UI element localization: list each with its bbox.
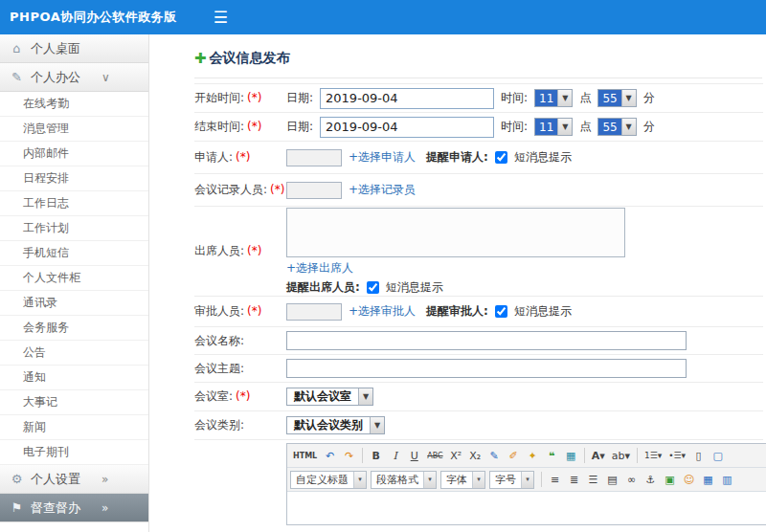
remove-format-icon[interactable]: ✦ [524,447,542,465]
field-label: 申请人:(*) [194,149,286,166]
editor-content-area[interactable] [287,492,766,524]
align-justify-icon[interactable]: ▤ [603,471,621,489]
menu-icon[interactable]: ☰ [214,10,228,26]
sidebar-item-messages[interactable]: 消息管理 [0,117,148,142]
strikethrough-button[interactable]: ABC [424,447,445,465]
sidebar-item-attendance[interactable]: 在线考勤 [0,92,148,117]
image-icon[interactable]: ▣ [661,471,679,489]
select-applicant-link[interactable]: +选择申请人 [349,149,416,166]
meeting-subject-input[interactable] [286,359,687,378]
blockquote-icon[interactable]: ❝ [543,447,561,465]
page-title: 会议信息发布 [210,50,290,67]
sidebar-item-events[interactable]: 大事记 [0,390,148,415]
template-icon[interactable]: ▦ [562,447,580,465]
dropdown-arrow-icon: ▾ [423,472,436,488]
unordered-list-button[interactable]: •☰▾ [665,447,688,465]
recorder-input[interactable] [286,182,342,199]
end-hour-select[interactable]: 11▼ [534,118,573,136]
align-center-icon[interactable]: ≣ [565,471,583,489]
align-right-icon[interactable]: ☰ [584,471,602,489]
redo-icon[interactable]: ↷ [340,447,358,465]
fullscreen-button[interactable]: ▢ [709,447,727,465]
applicant-input[interactable] [286,149,342,166]
paragraph-select[interactable]: 段落格式▾ [371,471,437,489]
form-row-meeting-name: 会议名称: [194,327,763,355]
html-source-button[interactable]: HTML [290,447,320,465]
select-recorder-link[interactable]: +选择记录员 [349,182,416,198]
approver-input[interactable] [286,303,342,321]
emoticon-icon[interactable]: ☺ [680,471,698,489]
font-color-button[interactable]: A▾ [589,447,608,465]
meeting-name-input[interactable] [286,331,687,350]
required-mark: (*) [247,91,261,104]
highlight-color-button[interactable]: ab▾ [609,447,633,465]
required-mark: (*) [247,120,261,133]
ordered-list-button[interactable]: 1☰▾ [642,447,665,465]
end-date-input[interactable] [320,117,494,138]
meeting-type-select[interactable]: 默认会议类别▼ [286,416,385,434]
start-date-input[interactable] [320,88,494,109]
form-row-start-time: 开始时间:(*) 日期: 时间: 11▼ 点 55▼ 分 [194,84,763,113]
dropdown-arrow-icon: ▾ [353,472,366,488]
sidebar-item-contacts[interactable]: 通讯录 [0,291,148,316]
field-label: 会议主题: [194,361,286,377]
add-icon: ✚ [194,52,207,66]
sidebar-section-office[interactable]: ✎ 个人办公 ∨ [0,63,148,92]
link-icon[interactable]: ∞ [622,471,641,489]
heading-select[interactable]: 自定义标题▾ [290,471,367,489]
sidebar-item-announcement[interactable]: 公告 [0,341,148,366]
main-content: ✚ 会议信息发布 开始时间:(*) 日期: 时间: 11▼ 点 55▼ 分 结束… [150,34,766,532]
sidebar-item-work-plan[interactable]: 工作计划 [0,216,148,241]
sms-hint-label: 短消息提示 [514,303,572,320]
sidebar-item-mail[interactable]: 内部邮件 [0,142,148,166]
sidebar-section-desktop[interactable]: ⌂ 个人桌面 [0,34,148,63]
grid-icon[interactable]: ▥ [718,471,736,489]
subscript-button[interactable]: X₂ [466,447,484,465]
remind-applicant-checkbox[interactable] [495,151,507,164]
sidebar-item-notice[interactable]: 通知 [0,366,148,390]
sidebar-item-e-journal[interactable]: 电子期刊 [0,440,148,465]
app-title: PHPOA协同办公软件政务版 [0,9,177,26]
sidebar-section-supervision[interactable]: ⚑ 督查督办 » [0,494,148,522]
required-mark: (*) [247,244,261,257]
sidebar-item-work-log[interactable]: 工作日志 [0,191,148,216]
pencil-icon[interactable]: ✐ [505,447,523,465]
meeting-room-select[interactable]: 默认会议室▼ [286,388,373,406]
table-icon[interactable]: ▦ [699,471,717,489]
superscript-button[interactable]: X² [447,447,465,465]
font-family-select[interactable]: 字体▾ [440,471,485,489]
sidebar-section-label: 督查督办 [31,499,80,517]
topbar: PHPOA协同办公软件政务版 ☰ [0,0,766,34]
start-minute-select[interactable]: 55▼ [597,89,636,107]
underline-button[interactable]: U [405,447,423,465]
sidebar-section-label: 个人办公 [31,69,80,86]
minute-unit-label: 分 [643,119,655,135]
format-painter-icon[interactable]: ✎ [485,447,504,465]
remind-attendees-checkbox[interactable] [367,281,379,294]
sidebar-item-file-cabinet[interactable]: 个人文件柜 [0,266,148,291]
field-label: 会议室:(*) [194,388,286,405]
bold-button[interactable]: B [367,447,385,465]
sidebar-item-schedule[interactable]: 日程安排 [0,166,148,191]
form-row-meeting-type: 会议类别: 默认会议类别▼ [194,411,763,440]
anchor-icon[interactable]: ⚓ [642,471,660,489]
sidebar-item-meeting-service[interactable]: 会务服务 [0,316,148,341]
toolbar-separator [362,448,363,463]
attendees-textarea[interactable] [286,208,625,257]
remind-approver-checkbox[interactable] [495,305,507,318]
italic-button[interactable]: I [386,447,404,465]
sidebar-item-sms[interactable]: 手机短信 [0,241,148,266]
dropdown-arrow-icon: ▼ [621,90,636,106]
sidebar-section-settings[interactable]: ⚙ 个人设置 » [0,465,148,494]
select-approver-link[interactable]: +选择审批人 [349,303,416,320]
sidebar-item-news[interactable]: 新闻 [0,415,148,440]
end-minute-select[interactable]: 55▼ [597,118,636,136]
form-row-approver: 审批人员:(*) +选择审批人 提醒审批人: 短消息提示 [194,297,763,327]
font-size-select[interactable]: 字号▾ [489,471,534,489]
start-hour-select[interactable]: 11▼ [534,89,573,107]
align-left-icon[interactable]: ≡ [546,471,564,489]
page-icon[interactable]: ▯ [689,447,708,465]
select-attendee-link[interactable]: +选择出席人 [286,260,353,277]
chevron-down-icon: ∨ [101,71,110,84]
undo-icon[interactable]: ↶ [321,447,339,465]
